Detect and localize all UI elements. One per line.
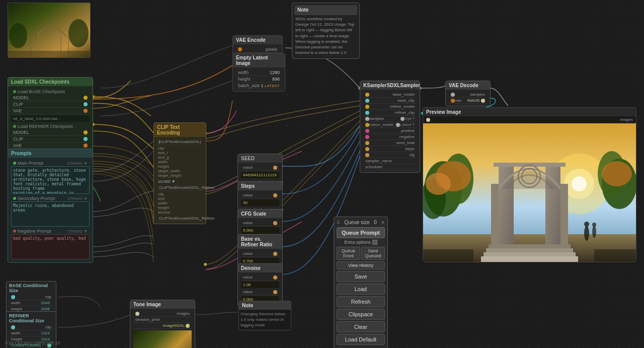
ksampler-scheduler: scheduler	[363, 164, 417, 170]
empty-latent-node: Empty Latent Image width 1280 height 896…	[232, 53, 285, 92]
main-prompt-textarea[interactable]: stone gate, arhitecture, stone that, bru…	[11, 166, 90, 194]
ksampler-sampler-name: sampler_name	[363, 158, 417, 164]
ksampler-negative: negative	[363, 134, 417, 140]
rc-clip	[11, 325, 15, 329]
sdxl-vae-out	[84, 109, 88, 113]
tone-title: Tone Image	[130, 300, 195, 309]
main-prompt-label: Main Prompt STRING ▼	[11, 160, 90, 166]
sdxl-file1: sd_xl_base_1.0-sdxl-vae...	[11, 115, 90, 122]
ksampler-ref-model: refiner_model	[363, 104, 417, 110]
clear-button[interactable]: Clear	[337, 321, 385, 332]
svg-point-17	[572, 176, 587, 191]
vae-decode-samples: samples	[449, 92, 487, 98]
svg-point-4	[204, 263, 207, 266]
queue-header: ⠿ Queue size 0 ✕	[337, 220, 385, 225]
ref-cond-width: width 1024	[9, 330, 53, 336]
tone-image-node: Tone Image images denoise_prob ImageSDXL	[130, 300, 195, 348]
bc-clip	[11, 295, 15, 299]
queue-prompt-button[interactable]: Queue Prompt	[337, 227, 385, 238]
refiner-out	[273, 252, 277, 256]
ksampler-ref-clip: refiner_clip	[363, 110, 417, 116]
clip-field-refiner: CLIPTextEncodeSDXL_Refiner	[157, 185, 203, 191]
steps-out	[273, 193, 277, 197]
clipspace-button[interactable]: Clipspace	[337, 309, 385, 320]
clip-field-1: CLIPTextEncodeSDXL	[157, 139, 203, 145]
thumbnail-image	[8, 3, 91, 58]
base-cond-width: width 2048	[9, 300, 53, 306]
ks-ref-model-in	[365, 105, 369, 109]
ks-pos-in	[365, 129, 369, 133]
denoise-out1	[273, 275, 277, 280]
ksampler-base-model: base_model	[363, 92, 417, 98]
svg-point-39	[584, 226, 589, 241]
ks-out-2	[396, 123, 400, 127]
ksampler-base-clip: base_clip	[363, 98, 417, 104]
svg-rect-13	[8, 51, 91, 58]
vae-input-dot	[238, 47, 242, 51]
ks-base-model-in	[365, 93, 369, 97]
main-prompt-dot	[13, 162, 16, 165]
svg-rect-43	[423, 249, 473, 262]
seed-out	[273, 166, 277, 170]
ks-seed-in	[365, 141, 369, 145]
ks-colour-model-in	[365, 123, 369, 127]
prompts-node: Prompts Main Prompt STRING ▼ stone gate,…	[8, 149, 93, 263]
tone-out	[186, 324, 190, 328]
sdxl-model-out	[84, 96, 88, 100]
preview-image-display	[423, 123, 636, 262]
seed-value: 846284111111119	[241, 172, 279, 178]
tone-content: images denoise_prob ImageSDXL	[130, 309, 195, 348]
neg-prompt-textarea[interactable]: bad quality, poor quality, bad	[11, 234, 90, 259]
steps-value-field: value	[241, 192, 279, 198]
ks-ref-clip-in	[365, 111, 369, 115]
base-refiner-node: Base vs. Refiner Ratio value 0.700	[237, 234, 283, 268]
cfg-value-field: value	[241, 220, 279, 226]
denoise-node: Denoise value 1.00 value 0.000	[237, 263, 283, 306]
latent-title: Empty Latent Image	[233, 53, 285, 67]
steps-title: Steps	[238, 182, 282, 190]
cfg-out	[273, 221, 277, 225]
latent-field-height: height 896	[236, 76, 282, 83]
queue-front-button[interactable]: Queue Front	[337, 247, 360, 260]
view-history-button[interactable]: View History	[337, 261, 385, 269]
secondary-prompt-label: Secondary Prompt STRING ▼	[11, 195, 90, 201]
neg-prompt-label: Negative Prompt STRING ▼	[11, 228, 90, 234]
clip-refiner-fields: clip text width height ascore	[157, 191, 203, 216]
refresh-button[interactable]: Refresh	[337, 296, 385, 307]
prompts-content: Main Prompt STRING ▼ stone gate, arhitec…	[8, 158, 93, 262]
load-button[interactable]: Load	[337, 284, 385, 295]
svg-point-12	[68, 19, 89, 47]
svg-rect-31	[481, 256, 578, 262]
ks-cfg-in	[365, 153, 369, 157]
svg-rect-29	[486, 248, 573, 252]
tone-images-in	[135, 312, 139, 316]
sdxl-refiner-label: Load REFINER Checkpoint	[11, 123, 90, 129]
tone-output-field: ImageSDXL	[133, 323, 192, 329]
clip-field-refiner2: CLIPTextEncodeSDXL_Refiner	[157, 216, 203, 222]
clip-text-node: CLIP Text Encoding CLIPTextEncodeSDXL cl…	[153, 122, 206, 224]
coord-display: 0.0x / 47 (41) / GPS:238.18	[5, 340, 60, 345]
denoise-value2-field: value	[241, 289, 279, 295]
load-default-button[interactable]: Load Default	[337, 334, 385, 345]
extra-options-checkbox[interactable]	[372, 240, 377, 245]
ks-steps-in	[365, 147, 369, 151]
sdxl-title: Load SDXL Checkpoints	[8, 78, 93, 86]
refiner-dot	[13, 125, 16, 128]
refiner-value-field: value	[241, 251, 279, 257]
seed-value-field: value	[241, 165, 279, 171]
vd-out	[481, 99, 485, 103]
ks-neg-in	[365, 135, 369, 139]
save-button[interactable]: Save	[337, 271, 385, 282]
secondary-prompt-textarea[interactable]: Majestic ruins, abandoned areas	[11, 201, 90, 227]
seed-title: SEED	[238, 154, 282, 163]
base-cond-title: BASE Conditional Size	[9, 283, 53, 293]
save-queued-button[interactable]: Save Queued	[361, 247, 385, 260]
sdxl-ref-vae-out	[84, 144, 88, 148]
queue-close[interactable]: ✕	[381, 220, 385, 225]
ks-base-clip-in	[365, 99, 369, 103]
svg-point-42	[592, 223, 596, 227]
svg-point-41	[592, 226, 596, 238]
sdxl-ref-clip: CLIP	[11, 136, 90, 143]
queue-panel: ⠿ Queue size 0 ✕ Queue Prompt Extra opti…	[334, 217, 388, 348]
vd-vae-in	[451, 99, 455, 103]
